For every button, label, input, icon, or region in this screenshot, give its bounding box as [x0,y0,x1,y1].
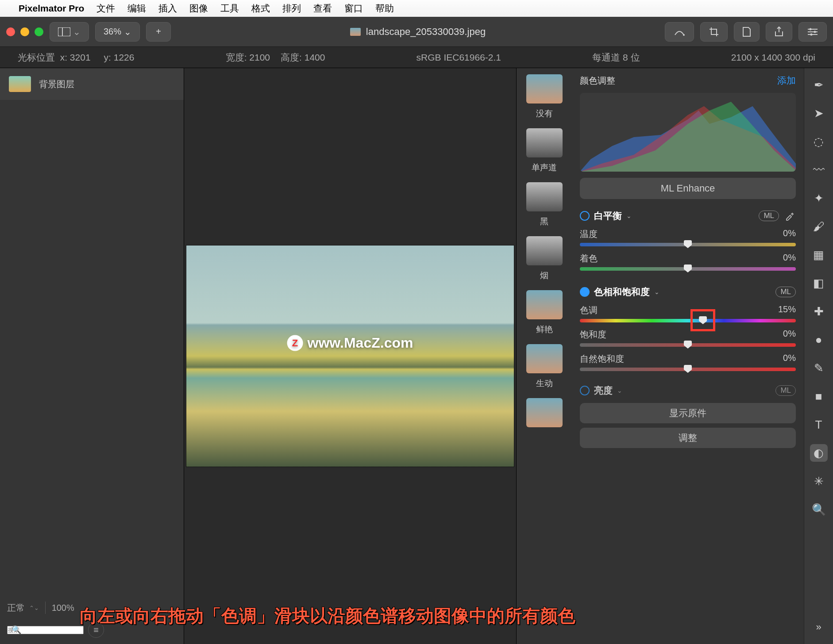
magic-tool-icon[interactable]: ✦ [810,189,828,207]
close-window-button[interactable] [6,27,15,36]
show-original-button[interactable]: 显示原件 [580,403,796,423]
cursor-y: 1226 [114,52,135,63]
preset-black-label: 黑 [540,216,548,227]
heal-tool-icon[interactable]: ✚ [810,303,828,320]
slider-thumb[interactable] [684,264,692,272]
slider-thumb[interactable] [684,240,692,248]
layer-item-background[interactable]: 背景图层 [0,68,184,100]
cursor-y-label: y: [104,52,111,63]
preset-none[interactable] [526,74,563,104]
canvas[interactable]: Z www.MacZ.com [184,68,516,644]
temperature-value: 0% [783,228,796,240]
hs-name: 色相和饱和度 [594,286,650,298]
hue-saturation-section[interactable]: 色相和饱和度 ⌄ ML [580,286,796,298]
menu-help[interactable]: 帮助 [375,2,394,15]
traffic-lights [6,27,43,36]
hs-toggle-icon[interactable] [580,287,590,297]
status-bar: 光标位置 x: 3201 y: 1226 宽度: 2100 高度: 1400 s… [0,47,833,68]
zoom-tool-icon[interactable]: 🔍 [810,501,828,518]
preset-none-label: 没有 [536,108,553,119]
ml-enhance-button[interactable]: ML Enhance [580,178,796,199]
tint-slider[interactable] [580,267,796,271]
search-icon: 🔍 [12,625,21,635]
brush-tool-icon[interactable]: 🖌 [810,218,828,235]
menu-view[interactable]: 查看 [313,2,332,15]
eyedropper-icon[interactable] [783,210,796,222]
text-tool-icon[interactable]: T [810,416,828,433]
add-adjustment-button[interactable]: 添加 [777,74,796,87]
arrow-tool-icon[interactable]: ➤ [810,104,828,122]
preset-extra[interactable] [526,398,563,427]
saturation-value: 0% [783,329,796,341]
vibrance-value: 0% [783,353,796,365]
brightness-toggle-icon[interactable] [580,386,590,395]
preset-black[interactable] [526,182,563,211]
preset-vibrant[interactable] [526,344,563,373]
show-original-label: 显示原件 [669,407,706,419]
apply-adjust-button[interactable]: 调整 [580,428,796,448]
rect-tool-icon[interactable]: ■ [810,387,828,405]
menu-edit[interactable]: 编辑 [127,2,146,15]
app-name[interactable]: Pixelmator Pro [19,3,84,14]
bit-depth: 每通道 8 位 [592,51,640,64]
svg-point-8 [810,33,813,35]
minimize-window-button[interactable] [20,27,29,36]
vibrance-label: 自然饱和度 [580,353,624,365]
brightness-section[interactable]: 亮度 ⌄ ML [580,384,796,397]
menu-image[interactable]: 图像 [189,2,208,15]
expand-tools-icon[interactable]: » [810,618,828,636]
menu-arrange[interactable]: 排列 [282,2,301,15]
zoom-select[interactable]: 36%⌄ [95,22,140,42]
wb-toggle-icon[interactable] [580,211,590,221]
color-adjustments: 颜色调整 添加 ML Enhance 白平衡 ⌄ ML [572,68,804,644]
preset-smoke[interactable] [526,236,563,265]
preset-vivid[interactable] [526,290,563,319]
page-button[interactable] [734,22,760,42]
fill-tool-icon[interactable]: ▦ [810,246,828,264]
pen-tool-icon[interactable]: ✎ [810,359,828,377]
wb-ml-button[interactable]: ML [759,211,779,221]
watermark-badge-icon: Z [287,335,303,351]
preset-mono[interactable] [526,128,563,157]
crop-tool-button[interactable] [700,22,728,42]
hs-ml-button[interactable]: ML [775,287,796,297]
settings-sliders-button[interactable] [798,22,827,42]
menu-file[interactable]: 文件 [96,2,115,15]
marquee-tool-icon[interactable]: ◌ [810,133,828,150]
brightness-ml-button[interactable]: ML [775,385,796,396]
eraser-tool-icon[interactable]: ◧ [810,274,828,292]
share-button[interactable] [766,22,792,42]
style-tool-icon[interactable]: ✒ [810,76,828,94]
vibrance-slider[interactable] [580,368,796,371]
slider-thumb[interactable] [699,316,707,324]
height-label: 高度: [281,51,302,64]
blend-mode-select[interactable]: 正常 ⌃⌄ [7,602,39,614]
menu-insert[interactable]: 插入 [158,2,177,15]
cursor-label: 光标位置 [18,51,55,64]
white-balance-section[interactable]: 白平衡 ⌄ ML [580,210,796,222]
add-button[interactable]: + [146,22,171,42]
slider-thumb[interactable] [684,341,692,349]
sidebar-toggle-button[interactable]: ⌄ [50,22,89,42]
hue-slider[interactable] [580,319,796,322]
fullscreen-window-button[interactable] [35,27,43,36]
menu-window[interactable]: 窗口 [344,2,363,15]
svg-rect-0 [58,27,70,36]
histogram [580,93,796,172]
tint-value: 0% [783,253,796,264]
saturation-slider[interactable] [580,343,796,347]
color-adjust-tool-icon[interactable]: ◐ [810,444,828,462]
slider-thumb[interactable] [684,365,692,373]
temperature-slider[interactable] [580,243,796,246]
effects-tool-icon[interactable]: ✳ [810,472,828,490]
colorspace: sRGB IEC61966-2.1 [416,52,501,63]
opacity-value[interactable]: 100% [52,603,74,613]
svg-point-2 [683,34,685,36]
color-pick-tool-button[interactable] [665,22,694,42]
document-image: Z www.MacZ.com [186,245,514,467]
preset-vibrant-label: 生动 [536,378,553,389]
menu-tools[interactable]: 工具 [220,2,239,15]
shape-tool-icon[interactable]: ● [810,331,828,349]
lasso-tool-icon[interactable]: 〰 [810,161,828,179]
menu-format[interactable]: 格式 [251,2,270,15]
